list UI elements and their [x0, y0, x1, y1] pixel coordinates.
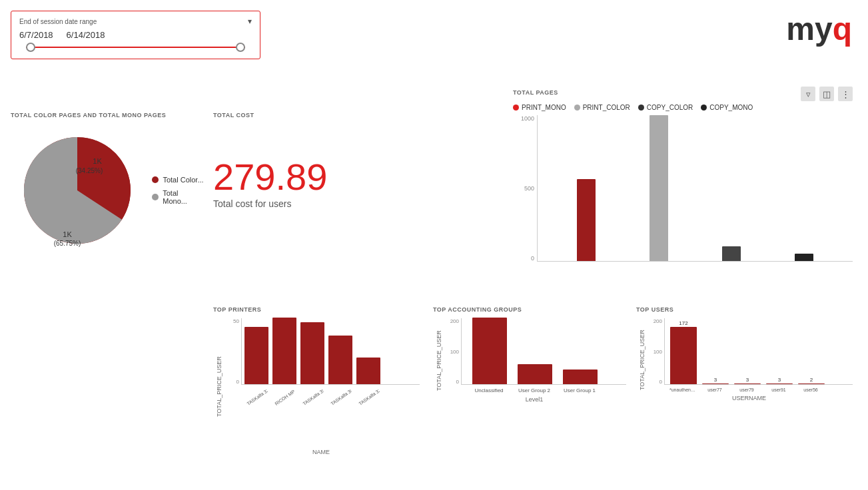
user-label-2: user77	[701, 387, 728, 392]
top-accounting-section: TOP ACCOUNTING GROUPS TOTAL_PRICE_USER 2…	[433, 306, 626, 403]
users-bars-area: 172 3 3 3	[664, 318, 853, 385]
printer-bar-4	[328, 336, 352, 384]
print-color-dot	[574, 105, 580, 111]
start-date[interactable]: 6/7/2018	[19, 30, 53, 40]
mono-legend-label: Total Mono...	[163, 189, 204, 205]
pie-chart-title: TOTAL COLOR PAGES AND TOTAL MONO PAGES	[11, 112, 204, 119]
bar-print-color	[650, 115, 668, 261]
acct-y-0: 0	[456, 379, 459, 385]
y-tick-500: 500	[524, 185, 534, 192]
user-bar-3	[734, 383, 761, 384]
chevron-down-icon[interactable]: ▾	[248, 17, 252, 26]
more-icon[interactable]: ⋮	[838, 87, 853, 101]
copy-color-dot	[638, 105, 644, 111]
print-mono-label: PRINT_MONO	[522, 104, 566, 111]
user-bar-group-2: 3	[702, 377, 729, 384]
print-color-label: PRINT_COLOR	[583, 104, 630, 111]
end-date[interactable]: 6/14/2018	[67, 30, 105, 40]
pie-chart-svg: 1K (34.25%) 1K (65.75%)	[11, 124, 141, 257]
bar-print-mono	[577, 179, 596, 261]
user-label-1: *unauthenti...	[669, 387, 696, 392]
users-chart-wrapper: TOTAL_PRICE_USER 200 100 0 172 3	[636, 318, 853, 401]
y-tick-0: 0	[531, 255, 534, 262]
bar-copy-mono	[795, 254, 813, 261]
bar-copy-color	[722, 246, 741, 261]
user-val-2: 3	[714, 377, 717, 383]
total-pages-legend: PRINT_MONO PRINT_COLOR COPY_COLOR COPY_M…	[513, 104, 853, 111]
color-legend-label: Total Color...	[163, 176, 203, 184]
printer-label-5: TASKalfa 3252ci_1	[358, 389, 396, 430]
mono-dot	[152, 194, 159, 200]
legend-print-mono: PRINT_MONO	[513, 104, 566, 111]
total-pages-title: TOTAL PAGES	[513, 89, 558, 96]
color-dot	[152, 176, 159, 183]
user-val-3: 3	[746, 377, 749, 383]
accounting-y-axis: TOTAL_PRICE_USER	[433, 318, 442, 403]
legend-print-color: PRINT_COLOR	[574, 104, 630, 111]
accounting-chart-wrapper: TOTAL_PRICE_USER 200 100 0	[433, 318, 626, 403]
cost-section: TOTAL COST 279.89 Total cost for users	[213, 112, 386, 209]
top-users-section: TOP USERS TOTAL_PRICE_USER 200 100 0 172	[636, 306, 853, 401]
printers-bars-area	[241, 318, 420, 385]
user-bar-group-5: 2	[798, 377, 825, 384]
printers-chart-wrapper: TOTAL_PRICE_USER 50 0	[213, 318, 420, 455]
legend-copy-color: COPY_COLOR	[638, 104, 693, 111]
acct-label-2: User Group 2	[517, 387, 552, 393]
acct-y-100: 100	[450, 349, 459, 355]
slider-thumb-left[interactable]	[26, 43, 35, 52]
user-label-3: user79	[733, 387, 760, 392]
pie-legend: Total Color... Total Mono...	[152, 176, 204, 205]
acct-y-200: 200	[450, 318, 459, 324]
total-pages-bars-area	[537, 115, 853, 262]
user-val-5: 2	[810, 377, 813, 383]
accounting-chart-inner: 200 100 0 Unclassified User Group 2 Use	[442, 318, 626, 403]
acct-label-3: User Group 1	[562, 387, 597, 393]
printers-x-axis: NAME	[222, 449, 420, 455]
users-y-200: 200	[653, 318, 662, 324]
filter-icon[interactable]: ▿	[801, 87, 815, 101]
cost-value: 279.89	[213, 158, 386, 196]
date-range-filter[interactable]: End of session date range ▾ 6/7/2018 6/1…	[11, 11, 260, 59]
total-pages-section: TOTAL PAGES ▿ ◫ ⋮ PRINT_MONO PRINT_COLOR…	[513, 87, 853, 275]
slider-thumb-right[interactable]	[236, 43, 245, 52]
accounting-x-axis: Level1	[442, 396, 626, 403]
bar-group-3	[697, 115, 767, 261]
users-chart-inner: 200 100 0 172 3 3	[646, 318, 853, 401]
legend-mono: Total Mono...	[152, 189, 204, 205]
accounting-bars-area	[461, 318, 626, 385]
acct-bar-2	[518, 364, 552, 384]
acct-bar-3	[563, 369, 598, 384]
user-bar-5	[798, 383, 825, 384]
acct-bar-1	[472, 318, 507, 384]
date-range-slider[interactable]	[26, 47, 245, 48]
legend-copy-mono: COPY_MONO	[701, 104, 753, 111]
chart-toolbar: ▿ ◫ ⋮	[801, 87, 853, 101]
printer-bar-2	[272, 318, 296, 384]
cost-title: TOTAL COST	[213, 112, 386, 119]
table-icon[interactable]: ◫	[819, 87, 834, 101]
y-tick-1000: 1000	[521, 115, 534, 122]
user-bar-2	[702, 383, 729, 384]
mono-label: 1K	[63, 230, 72, 238]
printer-bar-3	[300, 322, 324, 384]
app-logo: myq	[786, 11, 852, 47]
legend-color: Total Color...	[152, 176, 204, 184]
users-x-axis: USERNAME	[646, 395, 853, 401]
user-label-4: user91	[765, 387, 792, 392]
users-y-0: 0	[659, 379, 662, 385]
printer-bar-1	[244, 327, 268, 384]
user-bar-group-3: 3	[734, 377, 761, 384]
top-printers-section: TOP PRINTERS TOTAL_PRICE_USER 50 0	[213, 306, 420, 455]
user-bar-1	[670, 327, 697, 384]
date-inputs-row: 6/7/2018 6/14/2018	[19, 30, 252, 40]
user-bar-group-1: 172	[670, 320, 697, 384]
top-printers-title: TOP PRINTERS	[213, 306, 420, 313]
top-users-title: TOP USERS	[636, 306, 853, 313]
color-label: 1K	[93, 157, 102, 165]
print-mono-dot	[513, 105, 519, 111]
pie-chart-section: TOTAL COLOR PAGES AND TOTAL MONO PAGES	[11, 112, 204, 257]
date-range-title: End of session date range	[19, 18, 97, 25]
top-accounting-title: TOP ACCOUNTING GROUPS	[433, 306, 626, 313]
pie-chart-container: 1K (34.25%) 1K (65.75%) Total Color... T…	[11, 124, 204, 257]
user-bar-4	[766, 383, 793, 384]
